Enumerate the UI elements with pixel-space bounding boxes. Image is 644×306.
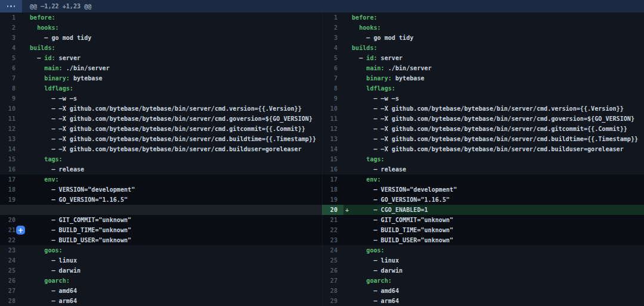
line-number[interactable]: 12 xyxy=(322,124,343,134)
line-number[interactable]: 11 xyxy=(0,114,21,124)
line-number[interactable]: 20 xyxy=(0,215,21,225)
line-number[interactable]: 13 xyxy=(322,134,343,144)
line-number[interactable]: 10 xyxy=(0,104,21,114)
line-number[interactable]: 11 xyxy=(322,114,343,124)
code-text xyxy=(29,205,30,215)
line-number[interactable]: 7 xyxy=(0,73,21,83)
line-number[interactable]: 6 xyxy=(322,63,343,73)
line-number[interactable]: 24 xyxy=(322,245,343,255)
line-number[interactable]: 19 xyxy=(0,195,21,205)
diff-marker xyxy=(21,255,29,266)
diff-marker xyxy=(21,33,29,43)
line-number[interactable]: 18 xyxy=(322,185,343,195)
line-number[interactable]: 21 xyxy=(322,215,343,225)
diff-marker xyxy=(21,124,29,134)
line-number[interactable]: 28 xyxy=(0,296,21,306)
line-number[interactable]: 6 xyxy=(0,63,21,73)
diff-line: 9 – –w –s xyxy=(322,93,644,104)
line-number[interactable]: 26 xyxy=(322,266,343,276)
line-number[interactable]: 3 xyxy=(322,33,343,43)
diff-marker xyxy=(21,43,29,53)
diff-line: 26 goarch: xyxy=(0,276,322,286)
line-number[interactable]: 29 xyxy=(322,296,343,306)
line-number[interactable]: 2 xyxy=(0,23,21,33)
diff-view: @@ –1,22 +1,23 @@ 1before:2 hooks:3 – go… xyxy=(0,0,644,306)
diff-line: 12 – –X github.com/bytebase/bytebase/bin… xyxy=(322,124,644,134)
code-text: ldflags: xyxy=(351,83,395,93)
line-number[interactable]: 4 xyxy=(0,43,21,53)
line-number[interactable]: 8 xyxy=(0,83,21,93)
diff-line: 13 – –X github.com/bytebase/bytebase/bin… xyxy=(322,134,644,144)
code-text: – darwin xyxy=(351,266,402,276)
diff-line: 13 – –X github.com/bytebase/bytebase/bin… xyxy=(0,134,322,144)
code-text: binary: bytebase xyxy=(29,73,103,83)
line-number[interactable]: 8 xyxy=(322,83,343,93)
line-number[interactable]: 5 xyxy=(0,53,21,63)
diff-pane-old: 1before:2 hooks:3 – go mod tidy4builds:5… xyxy=(0,13,322,306)
diff-marker xyxy=(21,134,29,144)
line-number[interactable]: 15 xyxy=(0,154,21,164)
line-number[interactable]: 5 xyxy=(322,53,343,63)
diff-marker xyxy=(343,235,351,245)
line-number[interactable]: 16 xyxy=(322,164,343,174)
line-number[interactable]: 14 xyxy=(0,144,21,154)
diff-line: 15 tags: xyxy=(322,154,644,164)
line-number[interactable]: 20 xyxy=(322,205,343,215)
diff-marker xyxy=(343,276,351,286)
line-number[interactable]: 22 xyxy=(0,235,21,245)
diff-marker xyxy=(343,164,351,174)
line-number[interactable]: 14 xyxy=(322,144,343,154)
line-number[interactable]: 19 xyxy=(322,195,343,205)
line-number[interactable]: 15 xyxy=(322,154,343,164)
diff-line: 5 – id: server xyxy=(322,53,644,63)
diff-line: 7 binary: bytebase xyxy=(322,73,644,83)
line-number[interactable]: 27 xyxy=(0,286,21,296)
line-number[interactable]: 16 xyxy=(0,164,21,174)
code-text: – –X github.com/bytebase/bytebase/bin/se… xyxy=(29,114,312,124)
code-text: tags: xyxy=(29,154,63,164)
code-text: – BUILD_USER="unknown" xyxy=(29,235,131,245)
expand-hunk-button[interactable] xyxy=(0,0,22,13)
diff-marker xyxy=(343,245,351,255)
line-number[interactable]: 25 xyxy=(322,255,343,266)
diff-line: 18 – VERSION="development" xyxy=(322,185,644,195)
line-number[interactable]: 7 xyxy=(322,73,343,83)
diff-marker xyxy=(21,53,29,63)
code-text: – id: server xyxy=(351,53,402,63)
code-text: – –X github.com/bytebase/bytebase/bin/se… xyxy=(29,104,302,114)
diff-line: 7 binary: bytebase xyxy=(0,73,322,83)
diff-line: 4builds: xyxy=(0,43,322,53)
diff-marker xyxy=(343,296,351,306)
code-text: env: xyxy=(29,174,59,185)
diff-line: 21 – GIT_COMMIT="unknown" xyxy=(322,215,644,225)
line-number[interactable]: 4 xyxy=(322,43,343,53)
line-number[interactable]: 12 xyxy=(0,124,21,134)
line-number[interactable]: 1 xyxy=(0,13,21,23)
line-number[interactable]: 17 xyxy=(322,174,343,185)
code-text: goos: xyxy=(29,245,63,255)
line-number[interactable]: 22 xyxy=(322,225,343,235)
line-number[interactable]: 25 xyxy=(0,266,21,276)
diff-line: 29 – arm64 xyxy=(322,296,644,306)
line-number[interactable]: 23 xyxy=(0,245,21,255)
line-number[interactable]: 3 xyxy=(0,33,21,43)
line-number[interactable]: 13 xyxy=(0,134,21,144)
code-text: ldflags: xyxy=(29,83,73,93)
diff-marker xyxy=(343,215,351,225)
code-text: – –w –s xyxy=(351,93,399,104)
add-comment-button[interactable]: + xyxy=(16,226,25,235)
line-number[interactable]: 1 xyxy=(322,13,343,23)
line-number[interactable]: 17 xyxy=(0,174,21,185)
line-number[interactable]: 26 xyxy=(0,276,21,286)
line-number[interactable]: 18 xyxy=(0,185,21,195)
diff-marker xyxy=(343,225,351,235)
line-number[interactable]: 9 xyxy=(0,93,21,104)
line-number[interactable]: 10 xyxy=(322,104,343,114)
line-number[interactable]: 9 xyxy=(322,93,343,104)
diff-marker xyxy=(343,104,351,114)
line-number[interactable]: 24 xyxy=(0,255,21,266)
line-number[interactable]: 23 xyxy=(322,235,343,245)
line-number[interactable]: 2 xyxy=(322,23,343,33)
line-number[interactable]: 27 xyxy=(322,276,343,286)
line-number[interactable]: 28 xyxy=(322,286,343,296)
